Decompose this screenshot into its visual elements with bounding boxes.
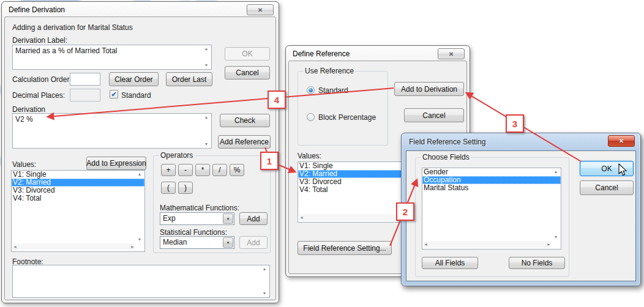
dropdown-arrow-glyph: ▼: [227, 217, 230, 221]
math-add-button[interactable]: Add: [239, 212, 268, 225]
fields-listbox[interactable]: Gender Occupation Marital Status ▲ ▼ ◄ ►: [422, 168, 561, 250]
scroll-down-icon: ▼: [138, 237, 142, 242]
stat-functions-dropdown[interactable]: Median ▼: [160, 236, 234, 249]
choose-fields-group: Choose Fields Gender Occupation Marital …: [415, 157, 569, 277]
stat-functions-selected: Median: [163, 238, 187, 246]
derivation-expression-value: V2 %: [15, 115, 33, 124]
operator-open-paren-button[interactable]: (: [161, 182, 176, 194]
use-reference-group: Use Reference Standard Block Percentage: [298, 71, 388, 146]
mouse-cursor: [618, 163, 628, 177]
math-functions-dropdown[interactable]: Exp ▼: [160, 212, 234, 225]
close-button[interactable]: ✕: [608, 135, 635, 147]
close-icon: ✕: [258, 7, 263, 13]
use-reference-caption: Use Reference: [303, 67, 356, 75]
scrollbar-vertical[interactable]: ▲ ▼: [203, 115, 210, 147]
dialog-body: Choose Fields Gender Occupation Marital …: [406, 150, 636, 281]
scrollbar-vertical[interactable]: ▲ ▼: [552, 169, 560, 240]
dialog-body: Adding a derivation for Marital Status D…: [4, 17, 276, 300]
scrollbar-horizontal[interactable]: ◄ ►: [424, 241, 551, 248]
scroll-down-icon: ▼: [204, 142, 209, 147]
dialog-title: Field Reference Setting: [409, 138, 485, 146]
scroll-right-icon: ►: [130, 245, 135, 250]
stat-add-button[interactable]: Add: [239, 236, 268, 249]
calculation-order-input[interactable]: [70, 73, 100, 86]
all-fields-button[interactable]: All Fields: [422, 257, 478, 269]
footnote-input[interactable]: ▲ ▼: [12, 265, 270, 298]
scroll-left-icon: ◄: [13, 245, 17, 250]
operators-caption: Operators: [159, 151, 195, 160]
add-reference-button[interactable]: Add Reference: [218, 135, 271, 149]
order-last-button[interactable]: Order Last: [166, 72, 212, 86]
block-percentage-radio-label: Block Percentage: [318, 113, 376, 122]
close-button[interactable]: ✕: [438, 48, 465, 59]
close-icon: ✕: [619, 138, 624, 144]
derivation-label-caption: Derivation Label:: [12, 36, 67, 45]
list-item[interactable]: V4: Total: [12, 194, 144, 202]
values-caption: Values:: [12, 160, 36, 169]
operator-multiply-button[interactable]: *: [195, 164, 210, 176]
list-item[interactable]: Marital Status: [422, 184, 561, 192]
cancel-button[interactable]: Cancel: [225, 66, 270, 80]
chevron-down-icon[interactable]: ▼: [223, 237, 233, 248]
no-fields-button[interactable]: No Fields: [509, 257, 565, 269]
close-button[interactable]: ✕: [247, 4, 274, 15]
callout-step-1: 1: [260, 152, 279, 170]
values-listbox[interactable]: V1: Single V2: Married V3: Divorced V4: …: [11, 170, 145, 252]
callout-step-2: 2: [396, 202, 414, 221]
chevron-down-icon[interactable]: ▼: [223, 213, 233, 224]
scroll-up-icon: ▲: [554, 169, 558, 174]
derivation-label-input[interactable]: Married as a % of Married Total ▲ ▼: [12, 45, 212, 70]
check-icon: ✔: [111, 91, 116, 98]
check-button[interactable]: Check: [220, 114, 270, 127]
block-percentage-radio[interactable]: [307, 113, 315, 121]
operator-percent-button[interactable]: %: [230, 164, 244, 176]
clear-order-button[interactable]: Clear Order: [109, 72, 159, 86]
cancel-button[interactable]: Cancel: [580, 180, 634, 195]
callout-step-4: 4: [268, 91, 286, 109]
close-icon: ✕: [449, 51, 454, 57]
scroll-up-icon: ▲: [263, 267, 267, 272]
choose-fields-caption: Choose Fields: [421, 153, 471, 161]
derivation-label-value: Married as a % of Married Total: [15, 46, 118, 55]
stat-functions-caption: Statistical Functions:: [160, 228, 227, 237]
dialog-title: Define Derivation: [9, 6, 65, 14]
decimal-places-input: [70, 89, 100, 102]
dialog-title: Define Reference: [293, 50, 350, 58]
scrollbar-vertical[interactable]: ▲ ▼: [203, 46, 210, 68]
scroll-down-icon: ▼: [204, 63, 209, 68]
field-reference-setting-button[interactable]: Field Reference Setting...: [298, 241, 392, 255]
field-reference-setting-dialog: Field Reference Setting ✕ Choose Fields …: [401, 133, 641, 286]
scroll-down-icon: ▼: [554, 235, 558, 240]
math-functions-caption: Mathematical Functions:: [160, 204, 239, 212]
scroll-up-icon: ▲: [138, 172, 142, 177]
scrollbar-horizontal[interactable]: ◄ ►: [13, 243, 135, 250]
operator-plus-button[interactable]: +: [161, 164, 176, 176]
derivation-caption: Derivation: [12, 105, 45, 114]
operator-close-paren-button[interactable]: ): [178, 182, 193, 194]
derivation-expression-input[interactable]: V2 % ▲ ▼: [12, 113, 212, 149]
scrollbar-vertical[interactable]: ▲ ▼: [136, 172, 143, 242]
intro-text: Adding a derivation for Marital Status: [12, 23, 133, 32]
operators-group: Operators + - * / % ( ) Mathematical Fun…: [153, 155, 271, 253]
add-to-derivation-button[interactable]: Add to Derivation: [394, 82, 464, 96]
values-caption: Values:: [298, 152, 321, 160]
standard-checkbox[interactable]: ✔: [110, 90, 118, 98]
scroll-up-icon: ▲: [204, 46, 209, 51]
add-to-expression-button[interactable]: Add to Expression: [86, 157, 146, 170]
operator-divide-button[interactable]: /: [212, 164, 227, 176]
decimal-places-caption: Decimal Places:: [12, 91, 65, 100]
standard-radio-label: Standard: [318, 86, 348, 95]
standard-radio[interactable]: [307, 86, 315, 94]
scroll-left-icon: ◄: [299, 215, 304, 220]
define-derivation-dialog: Define Derivation ✕ Adding a derivation …: [1, 1, 279, 303]
scroll-right-icon: ►: [547, 242, 551, 247]
operator-minus-button[interactable]: -: [178, 164, 193, 176]
callout-step-3: 3: [506, 114, 524, 133]
standard-checkbox-label: Standard: [121, 91, 151, 100]
scrollbar-vertical[interactable]: ▲ ▼: [261, 267, 268, 296]
math-functions-selected: Exp: [163, 214, 176, 223]
dropdown-arrow-glyph: ▼: [227, 241, 230, 245]
cancel-button[interactable]: Cancel: [404, 108, 464, 122]
ok-button[interactable]: OK: [225, 47, 270, 61]
scroll-left-icon: ◄: [424, 242, 428, 247]
